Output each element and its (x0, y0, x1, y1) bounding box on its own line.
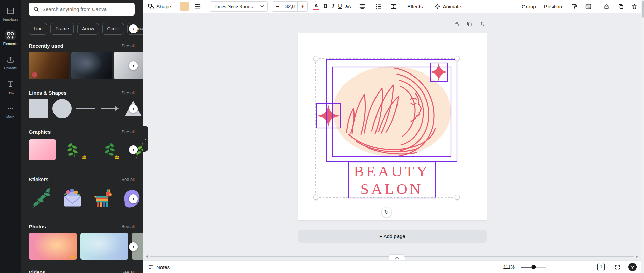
shape-square[interactable] (29, 99, 48, 118)
logo-text-line2[interactable]: SALON (360, 181, 423, 197)
recently-used-scroll-right-button[interactable]: › (129, 61, 138, 70)
logo-text-line1[interactable]: BEAUTY (354, 163, 430, 180)
arrow-shape-icon (100, 99, 119, 118)
zoom-level[interactable]: 111% (503, 264, 515, 270)
shape-circle[interactable] (52, 99, 72, 118)
italic-button[interactable]: I (332, 3, 334, 9)
notes-button[interactable]: Notes (148, 264, 170, 270)
decrease-font-size-button[interactable]: – (272, 2, 282, 11)
pro-crown-badge (114, 155, 119, 159)
recent-thumb-incense-photo[interactable] (29, 52, 69, 79)
see-all-link[interactable]: See all (121, 177, 135, 182)
chip-frame[interactable]: Frame (50, 23, 73, 35)
expand-bottom-panel-button[interactable] (389, 255, 405, 260)
bold-button[interactable]: B (323, 3, 327, 9)
animate-button[interactable]: Animate (434, 3, 461, 9)
fill-color-swatch[interactable] (180, 2, 189, 11)
zoom-slider[interactable] (521, 267, 546, 268)
search-input[interactable] (42, 6, 131, 12)
duplicate-icon[interactable] (616, 2, 625, 11)
duplicate-page-icon[interactable] (466, 20, 473, 28)
help-button[interactable]: ? (628, 263, 637, 271)
text-align-icon[interactable] (358, 2, 367, 11)
design-page[interactable]: BEAUTY SALON ↻ (298, 33, 487, 220)
graphics-scroll-right-button[interactable]: › (129, 145, 138, 154)
section-videos: Videos See all (21, 269, 143, 273)
pro-crown-badge (82, 155, 87, 159)
see-all-link[interactable]: See all (121, 224, 135, 229)
see-all-link[interactable]: See all (121, 270, 135, 273)
recent-thumb-dark-photo[interactable] (71, 52, 112, 79)
text-color-button[interactable]: A (313, 3, 319, 10)
position-button[interactable]: Position (544, 4, 562, 9)
photo-pink-orange-gradient[interactable] (29, 233, 77, 260)
vertical-scrollbar[interactable] (641, 0, 644, 273)
sidebar-item-more[interactable]: More (0, 99, 21, 123)
text-case-button[interactable]: aA (345, 4, 351, 9)
recent-thumb-gray-gradient[interactable] (114, 52, 143, 79)
font-size-stepper: – 32,8 + (272, 1, 308, 12)
selection-handle-top-left[interactable] (313, 56, 318, 61)
zoom-slider-knob[interactable] (532, 265, 536, 269)
vertical-scroll-thumb[interactable] (642, 1, 644, 18)
group-button[interactable]: Group (522, 4, 536, 9)
sticker-pinata[interactable] (90, 185, 116, 212)
increase-font-size-button[interactable]: + (298, 2, 307, 11)
chips-scroll-right-button[interactable]: › (129, 24, 138, 33)
border-style-icon[interactable] (193, 2, 202, 11)
selection-handle-bottom-left[interactable] (313, 195, 318, 200)
photos-scroll-right-button[interactable]: › (129, 242, 138, 251)
scroll-right-icon[interactable] (636, 255, 638, 258)
sidebar-item-templates[interactable]: Templates (0, 1, 21, 26)
sparkle-star-top-right[interactable] (430, 63, 448, 81)
graphic-green-leaves-2[interactable] (94, 139, 121, 160)
shape-button[interactable]: Shape (148, 3, 171, 10)
square-shape-icon (29, 99, 48, 118)
copy-style-icon[interactable] (570, 2, 578, 11)
chip-circle[interactable]: Circle (102, 23, 124, 35)
shape-line[interactable] (76, 99, 95, 118)
selection-handle-bottom-right[interactable] (455, 195, 460, 200)
chevron-left-icon: ‹ (145, 136, 147, 142)
see-all-link[interactable]: See all (121, 129, 135, 134)
delete-icon[interactable] (630, 2, 639, 11)
fullscreen-icon[interactable] (613, 262, 622, 271)
panel-collapse-button[interactable]: ‹ (143, 126, 148, 152)
sidebar-item-elements[interactable]: Elements (0, 26, 21, 50)
transparency-icon[interactable] (584, 2, 593, 11)
see-all-link[interactable]: See all (121, 43, 135, 48)
page-indicator[interactable]: 1 (597, 263, 605, 271)
export-page-icon[interactable] (478, 20, 486, 28)
list-icon[interactable] (374, 2, 383, 11)
logo-oval-background[interactable] (332, 66, 451, 156)
font-size-value[interactable]: 32,8 (282, 2, 298, 11)
selection-handle-top-right[interactable] (455, 56, 460, 61)
lock-icon[interactable] (602, 2, 611, 11)
spacing-icon[interactable] (390, 2, 399, 11)
chip-arrow[interactable]: Arrow (77, 23, 99, 35)
design-canvas[interactable]: BEAUTY SALON ↻ + Add page (143, 13, 644, 260)
section-lines-shapes: Lines & Shapes See all › (21, 89, 143, 118)
scroll-left-icon[interactable] (146, 255, 148, 258)
graphic-pink-gradient[interactable] (29, 139, 56, 160)
chip-line[interactable]: Line (29, 23, 47, 35)
add-page-button[interactable]: + Add page (298, 230, 487, 243)
graphic-green-leaves-1[interactable] (61, 139, 88, 160)
font-family-select[interactable]: Times Neue Rom... (210, 1, 268, 12)
underline-button[interactable]: U (338, 3, 342, 9)
photo-teal-gradient[interactable] (80, 233, 128, 260)
see-all-link[interactable]: See all (121, 90, 135, 96)
effects-button[interactable]: Effects (407, 4, 423, 9)
section-title: Graphics (29, 129, 51, 135)
shape-arrow[interactable] (100, 99, 119, 118)
sidebar-item-text[interactable]: Text (0, 75, 21, 99)
rotate-handle[interactable]: ↻ (382, 207, 391, 217)
shapes-scroll-right-button[interactable]: › (129, 104, 138, 113)
lock-page-icon[interactable] (453, 20, 460, 28)
sticker-envelope-flowers[interactable] (59, 185, 86, 212)
line-shape-icon (76, 108, 95, 109)
section-title: Recently used (29, 43, 63, 49)
sticker-leaf-branch[interactable] (29, 185, 55, 212)
sidebar-item-uploads[interactable]: Uploads (0, 50, 21, 75)
stickers-scroll-right-button[interactable]: › (129, 194, 138, 203)
